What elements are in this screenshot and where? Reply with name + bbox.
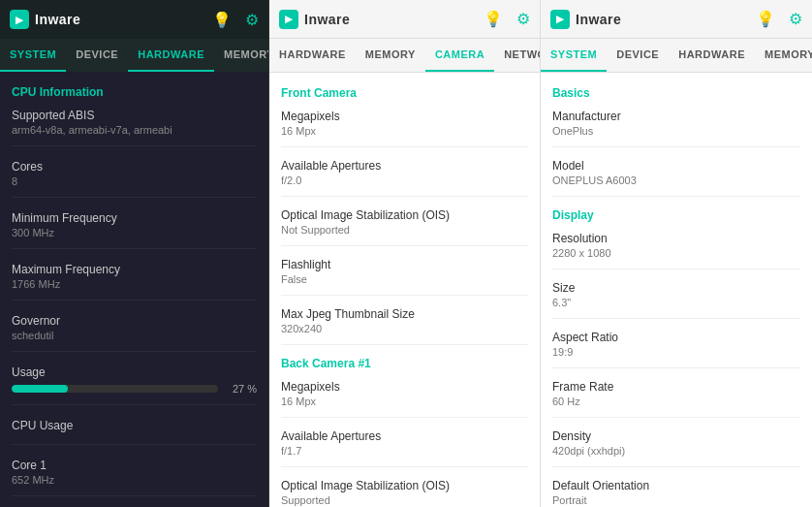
app-logo-middle: ▶ Inware [279,10,350,29]
tab-system-left[interactable]: SYSTEM [0,39,66,72]
top-bar-icons-right: 💡 ⚙ [756,10,802,28]
row-mid-mpx: Megapixels 16 Mpx [281,110,528,147]
bulb-icon-middle[interactable]: 💡 [484,10,503,28]
row-model: Model ONEPLUS A6003 [552,159,800,197]
label-mid-mpx: Megapixels [281,110,528,123]
tab-device-left[interactable]: DEVICE [66,39,128,72]
app-logo-right: ▶ Inware [550,10,621,29]
value-mid-mpx: 16 Mpx [281,125,528,137]
row-min-freq: Minimum Frequency 300 MHz [12,211,257,249]
value-density: 420dpi (xxhdpi) [552,445,800,457]
gear-icon-right[interactable]: ⚙ [789,10,802,28]
label-cores: Cores [12,160,257,174]
top-bar-right: ▶ Inware 💡 ⚙ [541,0,812,39]
app-name-middle: Inware [304,12,350,27]
bulb-icon-right[interactable]: 💡 [756,10,775,28]
section-front-cam: Front Camera [281,86,528,100]
bulb-icon-left[interactable]: 💡 [212,11,232,29]
label-orientation: Default Orientation [552,479,800,492]
app-icon-middle: ▶ [279,10,298,29]
label-abis: Supported ABIS [12,109,257,122]
label-mid-ois: Optical Image Stabilization (OIS) [281,208,528,222]
gear-icon-middle[interactable]: ⚙ [516,10,530,28]
content-middle: Front Camera Megapixels 16 Mpx Available… [269,73,540,507]
row-aspect: Aspect Ratio 19:9 [552,331,800,368]
content-right: Basics Manufacturer OnePlus Model ONEPLU… [541,73,812,507]
app-icon-left: ▶ [10,10,29,29]
value-max-freq: 1766 MHz [12,278,257,290]
tab-network-mid[interactable]: NETWORK [494,39,540,72]
row-mid-flashlight: Flashlight False [281,258,528,296]
panel-right: ▶ Inware 💡 ⚙ SYSTEM DEVICE HARDWARE MEMO… [541,0,812,507]
value-mid-jpeg: 320x240 [281,323,528,334]
row-mid-ois: Optical Image Stabilization (OIS) Not Su… [281,208,528,246]
content-left: CPU Information Supported ABIS arm64-v8a… [0,72,268,507]
tabs-right: SYSTEM DEVICE HARDWARE MEMORY CAMERA [541,39,812,73]
row-cores: Cores 8 [12,160,257,198]
label-back-mpx: Megapixels [281,380,528,394]
tab-memory-left[interactable]: MEMORY [214,39,268,72]
value-governor: schedutil [12,330,257,341]
label-cpu-usage: CPU Usage [12,419,257,432]
label-density: Density [552,429,800,443]
label-usage: Usage [12,365,257,379]
label-mid-flashlight: Flashlight [281,258,528,271]
row-orientation: Default Orientation Portrait [552,479,800,507]
label-min-freq: Minimum Frequency [12,211,257,225]
tab-hardware-right[interactable]: HARDWARE [669,39,755,72]
row-framerate: Frame Rate 60 Hz [552,380,800,418]
gear-icon-left[interactable]: ⚙ [245,11,259,29]
label-model: Model [552,159,800,173]
value-mid-flashlight: False [281,273,528,285]
label-resolution: Resolution [552,232,800,245]
tab-hardware-left[interactable]: HARDWARE [128,39,214,72]
row-manufacturer: Manufacturer OnePlus [552,110,800,147]
tab-memory-right[interactable]: MEMORY [755,39,812,72]
section-back-cam: Back Camera #1 [281,357,528,370]
top-bar-icons-left: 💡 ⚙ [212,11,259,29]
app-logo-left: ▶ Inware [10,10,80,29]
row-density: Density 420dpi (xxhdpi) [552,429,800,467]
app-name-right: Inware [576,12,621,27]
panel-left: ▶ Inware 💡 ⚙ SYSTEM DEVICE HARDWARE MEMO… [0,0,269,507]
tab-hardware-mid[interactable]: HARDWARE [269,39,356,72]
value-abis: arm64-v8a, armeabi-v7a, armeabi [12,124,257,136]
row-back-ois: Optical Image Stabilization (OIS) Suppor… [281,479,528,507]
value-back-ois: Supported [281,494,528,506]
value-framerate: 60 Hz [552,396,800,407]
progress-bar-fill [12,385,68,393]
progress-pct: 27 % [226,383,257,395]
label-governor: Governor [12,314,257,328]
top-bar-left: ▶ Inware 💡 ⚙ [0,0,268,39]
progress-bar-bg [12,385,218,393]
section-cpu: CPU Information [12,85,257,99]
label-framerate: Frame Rate [552,380,800,394]
row-max-freq: Maximum Frequency 1766 MHz [12,263,257,301]
value-mid-ois: Not Supported [281,224,528,236]
row-back-aperture: Available Apertures f/1.7 [281,429,528,467]
value-size: 6.3" [552,297,800,308]
tab-system-right[interactable]: SYSTEM [541,39,607,72]
label-manufacturer: Manufacturer [552,110,800,123]
value-mid-aperture: f/2.0 [281,174,528,186]
tab-camera-mid[interactable]: CAMERA [425,39,494,72]
value-orientation: Portrait [552,494,800,506]
label-max-freq: Maximum Frequency [12,263,257,276]
top-bar-icons-middle: 💡 ⚙ [484,10,530,28]
value-aspect: 19:9 [552,346,800,358]
value-resolution: 2280 x 1080 [552,247,800,259]
tab-device-right[interactable]: DEVICE [607,39,669,72]
value-min-freq: 300 MHz [12,227,257,238]
label-back-ois: Optical Image Stabilization (OIS) [281,479,528,492]
row-mid-jpeg: Max Jpeg Thumbnail Size 320x240 [281,307,528,345]
tab-memory-mid[interactable]: MEMORY [356,39,425,72]
row-resolution: Resolution 2280 x 1080 [552,232,800,269]
label-core1: Core 1 [12,459,257,472]
main-panels: ▶ Inware 💡 ⚙ SYSTEM DEVICE HARDWARE MEMO… [0,0,812,507]
section-display: Display [552,208,800,222]
section-basics: Basics [552,86,800,100]
tabs-left: SYSTEM DEVICE HARDWARE MEMORY CAMERA [0,39,268,72]
tabs-middle: HARDWARE MEMORY CAMERA NETWORK BATTERY [269,39,540,73]
label-size: Size [552,281,800,295]
row-size: Size 6.3" [552,281,800,319]
